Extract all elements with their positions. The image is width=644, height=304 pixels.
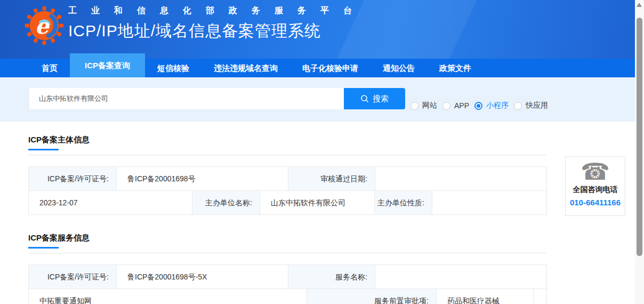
nav-item-policy-files[interactable]: 政策文件 <box>427 59 484 77</box>
title-underline <box>28 149 59 150</box>
field-label: ICP备案/许可证号: <box>29 167 117 191</box>
section-divider <box>28 253 546 253</box>
table-row: 2023-12-07 主办单位名称: 山东中拓软件有限公司 主办单位性质: <box>29 191 547 215</box>
scroll-up-arrow-icon[interactable] <box>637 3 642 7</box>
nav-item-e-verify-apply[interactable]: 电子化核验申请 <box>290 59 371 77</box>
site-header: e 工业和信息化部政务服务平台 ICP/IP地址/域名信息备案管理系统 <box>0 0 635 59</box>
field-label: 主办单位名称: <box>192 191 260 215</box>
field-value: 鲁ICP备20001698号 <box>117 167 288 191</box>
main-content: ICP备案主体信息 ICP备案/许可证号: 鲁ICP备20001698号 审核通… <box>0 122 635 304</box>
radio-circle-checked-icon <box>474 102 482 110</box>
field-value-empty <box>534 289 547 304</box>
field-value: 山东中拓软件有限公司 <box>260 191 375 215</box>
header-titles: 工业和信息化部政务服务平台 ICP/IP地址/域名信息备案管理系统 <box>68 5 366 42</box>
scrollbar-thumb[interactable] <box>637 18 642 256</box>
field-value: 鲁ICP备20001698号-5X <box>117 265 288 289</box>
nav-item-home[interactable]: 首页 <box>29 59 70 77</box>
field-value: 药品和医疗器械 <box>437 289 534 304</box>
service-section-title: ICP备案服务信息 <box>28 233 635 243</box>
page: e 工业和信息化部政务服务平台 ICP/IP地址/域名信息备案管理系统 首页 I… <box>0 0 635 304</box>
vertical-scrollbar[interactable] <box>635 0 644 304</box>
contact-phone-number: 010-66411166 <box>566 198 625 207</box>
table-row: 中拓重要通知网 服务前置审批项: 药品和医疗器械 <box>29 289 547 304</box>
field-label: 审核通过日期: <box>288 167 375 191</box>
search-icon <box>360 94 369 103</box>
telephone-icon: ☎ <box>566 159 625 185</box>
radio-option-app[interactable]: APP <box>442 101 469 110</box>
system-title: ICP/IP地址/域名信息备案管理系统 <box>68 20 366 42</box>
radio-option-miniprogram[interactable]: 小程序 <box>474 101 509 110</box>
search-input[interactable] <box>29 88 344 109</box>
nav-item-notices[interactable]: 通知公告 <box>371 59 427 77</box>
radio-option-website[interactable]: 网站 <box>410 101 437 110</box>
search-type-radio-group: 网站 APP 小程序 快应用 <box>410 101 548 110</box>
search-button-label: 搜索 <box>373 94 389 104</box>
nav-item-illegal-domain-query[interactable]: 违法违规域名查询 <box>202 59 290 77</box>
field-label: ICP备案/许可证号: <box>29 265 117 289</box>
gear-e-logo-icon[interactable]: e <box>25 6 64 45</box>
nav-item-sms-verify[interactable]: 短信核验 <box>145 59 202 77</box>
section-divider <box>28 155 546 155</box>
platform-title: 工业和信息化部政务服务平台 <box>68 5 366 17</box>
radio-option-quickapp[interactable]: 快应用 <box>514 101 548 110</box>
contact-label: 全国咨询电话 <box>566 185 625 195</box>
search-bar: 搜索 网站 APP 小程序 快应用 <box>0 77 635 122</box>
field-value-empty <box>375 265 547 289</box>
field-value-empty <box>375 167 547 191</box>
field-label: 主办单位性质: <box>375 191 432 215</box>
radio-label: 小程序 <box>486 101 509 110</box>
radio-label: 网站 <box>422 101 437 110</box>
radio-label: APP <box>454 101 469 110</box>
svg-text:e: e <box>35 13 50 39</box>
service-info-table: ICP备案/许可证号: 鲁ICP备20001698号-5X 服务名称: 中拓重要… <box>28 265 547 304</box>
radio-label: 快应用 <box>526 101 548 110</box>
search-button[interactable]: 搜索 <box>344 88 405 109</box>
subject-info-table: ICP备案/许可证号: 鲁ICP备20001698号 审核通过日期: 2023-… <box>28 166 547 215</box>
nav-item-icp-query[interactable]: ICP备案查询 <box>70 53 145 77</box>
subject-section-title: ICP备案主体信息 <box>28 134 635 145</box>
radio-circle-icon <box>442 102 450 110</box>
field-label: 服务名称: <box>288 265 375 289</box>
radio-circle-icon <box>514 102 522 110</box>
title-underline <box>28 247 59 249</box>
field-value: 2023-12-07 <box>29 191 192 215</box>
table-row: ICP备案/许可证号: 鲁ICP备20001698号 审核通过日期: <box>29 167 547 191</box>
field-label: 服务前置审批项: <box>307 289 437 304</box>
table-row: ICP备案/许可证号: 鲁ICP备20001698号-5X 服务名称: <box>29 265 547 289</box>
main-nav: 首页 ICP备案查询 短信核验 违法违规域名查询 电子化核验申请 通知公告 政策… <box>0 59 635 77</box>
field-value-empty <box>432 191 547 215</box>
field-value: 中拓重要通知网 <box>29 289 307 304</box>
contact-card: ☎ 全国咨询电话 010-66411166 <box>565 156 625 216</box>
radio-circle-icon <box>410 102 418 110</box>
